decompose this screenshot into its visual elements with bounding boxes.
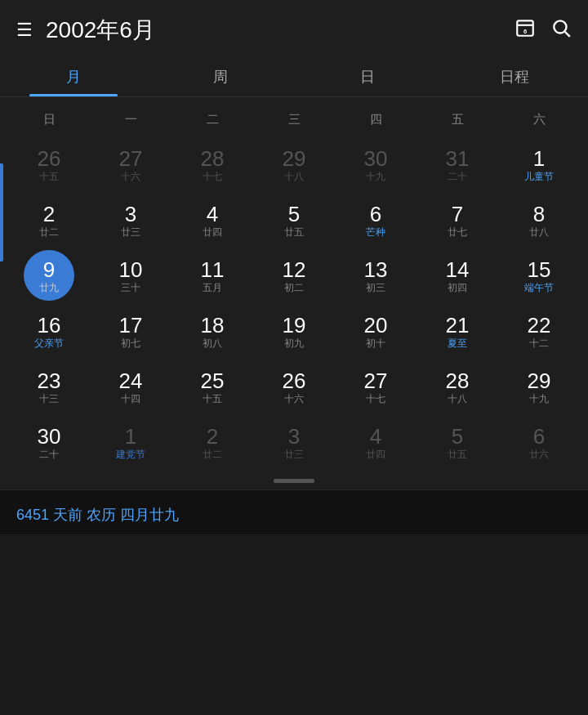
calendar-day[interactable]: 10三十 <box>90 248 172 304</box>
calendar-day[interactable]: 8廿八 <box>498 193 580 248</box>
weekday-wed: 三 <box>253 105 335 134</box>
calendar-day[interactable]: 2廿二 <box>172 415 253 471</box>
calendar-day[interactable]: 25十五 <box>172 360 253 415</box>
calendar-day[interactable]: 3廿三 <box>90 193 172 248</box>
header: ☰ 2002年6月 6 <box>0 0 588 54</box>
calendar-day[interactable]: 30十九 <box>335 137 416 193</box>
menu-icon[interactable]: ☰ <box>16 21 33 39</box>
date-info-text: 6451 天前 农历 四月廿九 <box>16 507 179 523</box>
calendar-day[interactable]: 27十六 <box>90 137 172 193</box>
calendar-day[interactable]: 26十五 <box>8 137 90 193</box>
calendar-day[interactable]: 7廿七 <box>416 193 498 248</box>
calendar-day[interactable]: 22十二 <box>498 304 580 360</box>
calendar-day[interactable]: 17初七 <box>90 304 172 360</box>
calendar-day[interactable]: 27十七 <box>335 360 416 415</box>
tab-day[interactable]: 日 <box>294 59 441 96</box>
svg-line-4 <box>565 32 570 37</box>
weekday-tue: 二 <box>172 105 253 134</box>
weekday-sun: 日 <box>8 105 90 134</box>
calendar-grid-container: 日 一 二 三 四 五 六 26十五27十六28十七29十八30十九31二十1儿… <box>0 97 588 471</box>
calendar-day[interactable]: 5廿五 <box>253 193 335 248</box>
scroll-bar <box>274 479 314 483</box>
svg-text:6: 6 <box>523 28 527 35</box>
tab-agenda[interactable]: 日程 <box>441 59 588 96</box>
calendar-today-icon[interactable]: 6 <box>514 17 536 43</box>
view-tabs: 月 周 日 日程 <box>0 54 588 97</box>
tab-month[interactable]: 月 <box>0 59 147 96</box>
header-icons: 6 <box>514 17 572 43</box>
calendar-day[interactable]: 18初八 <box>172 304 253 360</box>
svg-point-3 <box>554 20 566 33</box>
calendar-day[interactable]: 6廿六 <box>498 415 580 471</box>
calendar-day[interactable]: 13初三 <box>335 248 416 304</box>
calendar-day[interactable]: 3廿三 <box>253 415 335 471</box>
calendar-day[interactable]: 30二十 <box>8 415 90 471</box>
calendar-day[interactable]: 6芒种 <box>335 193 416 248</box>
calendar-day[interactable]: 11五月 <box>172 248 253 304</box>
calendar-day[interactable]: 21夏至 <box>416 304 498 360</box>
calendar-day[interactable]: 19初九 <box>253 304 335 360</box>
header-title: 2002年6月 <box>46 15 514 46</box>
tab-week[interactable]: 周 <box>147 59 294 96</box>
calendar-day[interactable]: 31二十 <box>416 137 498 193</box>
weekday-headers: 日 一 二 三 四 五 六 <box>8 105 580 134</box>
calendar-day[interactable]: 12初二 <box>253 248 335 304</box>
calendar-day[interactable]: 20初十 <box>335 304 416 360</box>
calendar-day[interactable]: 15端午节 <box>498 248 580 304</box>
search-icon[interactable] <box>550 17 572 43</box>
calendar-day[interactable]: 28十七 <box>172 137 253 193</box>
calendar-day[interactable]: 16父亲节 <box>8 304 90 360</box>
calendar-day[interactable]: 4廿四 <box>335 415 416 471</box>
weekday-mon: 一 <box>90 105 172 134</box>
calendar-day[interactable]: 9廿九 <box>8 248 90 304</box>
bottom-info: 6451 天前 农历 四月廿九 <box>0 489 588 534</box>
calendar-day[interactable]: 23十三 <box>8 360 90 415</box>
calendar-day[interactable]: 2廿二 <box>8 193 90 248</box>
calendar-day[interactable]: 1建党节 <box>90 415 172 471</box>
weekday-thu: 四 <box>335 105 416 134</box>
calendar-day[interactable]: 1儿童节 <box>498 137 580 193</box>
calendar-day[interactable]: 24十四 <box>90 360 172 415</box>
left-accent-bar <box>0 163 3 261</box>
calendar-day[interactable]: 28十八 <box>416 360 498 415</box>
calendar-day[interactable]: 26十六 <box>253 360 335 415</box>
calendar-day[interactable]: 29十八 <box>253 137 335 193</box>
calendar-day[interactable]: 5廿五 <box>416 415 498 471</box>
scroll-indicator <box>0 471 588 489</box>
calendar-grid: 26十五27十六28十七29十八30十九31二十1儿童节2廿二3廿三4廿四5廿五… <box>8 137 580 471</box>
calendar-day[interactable]: 29十九 <box>498 360 580 415</box>
calendar-day[interactable]: 4廿四 <box>172 193 253 248</box>
weekday-sat: 六 <box>498 105 580 134</box>
calendar-day[interactable]: 14初四 <box>416 248 498 304</box>
weekday-fri: 五 <box>416 105 498 134</box>
